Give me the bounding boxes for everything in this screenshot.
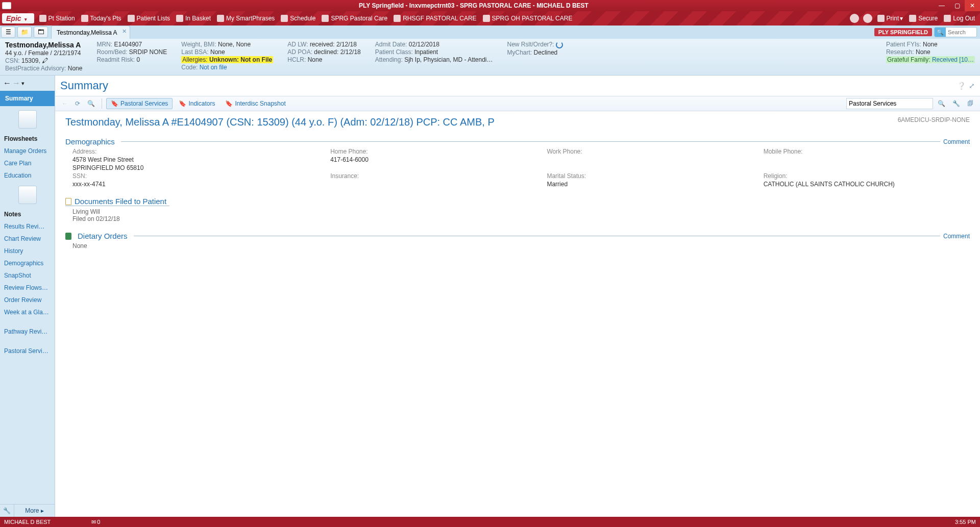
help-icon[interactable]: ❔ (957, 82, 966, 90)
report-copy-icon[interactable]: 🗐 (965, 98, 976, 109)
grateful-family: Grateful Family: Received [10… (886, 56, 975, 63)
report-back-icon[interactable]: ← (59, 98, 70, 109)
diet-value: None (72, 242, 970, 249)
link-care-plan[interactable]: Care Plan (0, 157, 55, 169)
workspace-search-input[interactable] (946, 29, 976, 35)
toolbar-schedule[interactable]: Schedule (278, 11, 318, 26)
maximize-button[interactable]: ▢ (949, 0, 965, 11)
link-demographics[interactable]: Demographics (0, 257, 55, 269)
report-selector-input[interactable] (846, 98, 933, 109)
nav-back-button[interactable]: ← (3, 79, 11, 88)
comment-link[interactable]: Comment (943, 138, 970, 145)
content-heading: Summary (60, 79, 108, 92)
link-blank2 (0, 338, 55, 345)
nav-history-dropdown[interactable]: ▾ (21, 80, 24, 87)
bsa-value: None (210, 48, 225, 56)
toolbar-pt-station[interactable]: Pt Station (36, 11, 78, 26)
workspace-search[interactable]: 🔍 (934, 27, 977, 37)
report-body: 6AMEDICU-SRDIP-NONE Testmonday, Melissa … (55, 111, 980, 517)
room-value: SRDIP NONE (129, 48, 167, 56)
toolbar-label: Today's Pts (90, 15, 121, 22)
bpa-label: BestPractice Advisory: (5, 65, 66, 72)
minimize-button[interactable]: — (934, 0, 949, 11)
search-icon[interactable]: 🔍 (935, 28, 946, 37)
wrench-icon[interactable] (863, 14, 872, 23)
globe-icon[interactable] (850, 14, 859, 23)
link-history[interactable]: History (0, 245, 55, 257)
activity-sidebar: ← → ▾ Summary Flowsheets Manage Orders C… (0, 76, 55, 517)
workspace-btn-1[interactable]: ☰ (1, 27, 15, 38)
link-education[interactable]: Education (0, 169, 55, 182)
link-order-review[interactable]: Order Review (0, 294, 55, 306)
grateful-link[interactable]: Received [10… (932, 56, 974, 63)
content-area: Summary ❔ ⤢ ← ⟳ 🔍 🔖Pastoral Services 🔖In… (55, 76, 980, 517)
schedule-icon (281, 15, 288, 22)
toolbar-todays-pts[interactable]: Today's Pts (78, 11, 125, 26)
section-flowsheets[interactable]: Flowsheets (0, 133, 55, 145)
toolbar-sprg-oh-pastoral[interactable]: SPRG OH PASTORAL CARE (480, 11, 576, 26)
label-religion: Religion: (764, 172, 970, 180)
label-mobile-phone: Mobile Phone: (764, 148, 970, 155)
link-pastoral-services[interactable]: Pastoral Servi… (0, 345, 55, 357)
workspace-btn-3[interactable]: 🗔 (34, 27, 48, 38)
activity-icon-flowsheets[interactable] (0, 106, 55, 133)
toolbar-rhsgf-pastoral[interactable]: RHSGF PASTORAL CARE (390, 11, 479, 26)
attending-label: Attending: (375, 56, 403, 63)
tab-indicators[interactable]: 🔖Indicators (175, 98, 219, 109)
workspace-tab-close[interactable]: ✕ (122, 28, 127, 35)
tab-label: Interdisc Snapshot (235, 100, 285, 107)
sidebar-more-button[interactable]: More ▸ (14, 505, 55, 517)
toolbar-sprg-pastoral[interactable]: SPRG Pastoral Care (318, 11, 390, 26)
value-address2: SPRINGFIELD MO 65810 (72, 164, 320, 171)
statusbar-mail[interactable]: ✉0 (91, 519, 100, 525)
patient-header: Testmonday,Melissa A 44 y.o. / Female / … (0, 39, 980, 76)
report-wrench-icon[interactable]: 🔧 (950, 98, 963, 109)
csn-value: 15309, (21, 57, 40, 64)
document-icon (65, 198, 71, 205)
toolbar-patient-lists[interactable]: Patient Lists (125, 11, 173, 26)
report-selector-search-icon[interactable]: 🔍 (935, 98, 948, 109)
sidebar-settings-button[interactable]: 🔧 (0, 505, 14, 517)
link-week-glance[interactable]: Week at a Gla… (0, 306, 55, 318)
csn-label: CSN: (5, 57, 20, 64)
link-pathway-review[interactable]: Pathway Revi… (0, 325, 55, 338)
allergy-value: Unknown: Not on File (209, 56, 272, 63)
adpoa-value: declined: 2/12/18 (314, 48, 360, 56)
fullscreen-icon[interactable]: ⤢ (969, 82, 975, 90)
workspace-tab-patient[interactable]: Testmonday,Melissa A ✕ (51, 26, 130, 39)
smartphrases-icon (217, 15, 224, 22)
report-refresh-icon[interactable]: ⟳ (72, 98, 83, 109)
comment-link-diet[interactable]: Comment (943, 233, 970, 240)
link-review-flows[interactable]: Review Flows… (0, 282, 55, 294)
toolbar-logout[interactable]: Log Out (941, 11, 978, 26)
label-address: Address: (72, 148, 320, 155)
close-button[interactable]: ✕ (965, 0, 980, 11)
link-snapshot[interactable]: SnapShot (0, 269, 55, 282)
link-chart-review[interactable]: Chart Review (0, 233, 55, 245)
toolbar-print[interactable]: Print▾ (874, 11, 906, 26)
link-results-review[interactable]: Results Revi… (0, 220, 55, 233)
workspace-btn-2[interactable]: 📁 (17, 27, 32, 38)
section-dietary: Dietary Orders (78, 232, 131, 240)
toolbar-in-basket[interactable]: In Basket (173, 11, 214, 26)
tab-pastoral-services[interactable]: 🔖Pastoral Services (106, 98, 173, 109)
refresh-icon[interactable] (556, 41, 563, 48)
activity-summary[interactable]: Summary (0, 91, 55, 106)
toolbar-smartphrases[interactable]: My SmartPhrases (214, 11, 278, 26)
tab-interdisc-snapshot[interactable]: 🔖Interdisc Snapshot (221, 98, 289, 109)
bookmark-icon: 🔖 (111, 100, 118, 107)
report-search-icon[interactable]: 🔍 (85, 98, 97, 109)
toolbar-secure[interactable]: Secure (906, 11, 941, 26)
activity-icon-notes[interactable] (0, 182, 55, 208)
code-link[interactable]: Not on file (200, 64, 227, 71)
toolbar-label: Log Out (953, 15, 975, 22)
link-manage-orders[interactable]: Manage Orders (0, 145, 55, 157)
bsa-label: Last BSA: (181, 48, 208, 56)
doc-name: Living Will (72, 208, 970, 215)
mychart-value: Declined (534, 49, 558, 56)
tab-label: Pastoral Services (120, 100, 168, 107)
section-notes[interactable]: Notes (0, 208, 55, 220)
nav-forward-button[interactable]: → (12, 79, 20, 88)
epic-logo-menu[interactable]: Epic (2, 13, 34, 23)
newresult-label: New Rslt/Order?: (507, 41, 554, 48)
